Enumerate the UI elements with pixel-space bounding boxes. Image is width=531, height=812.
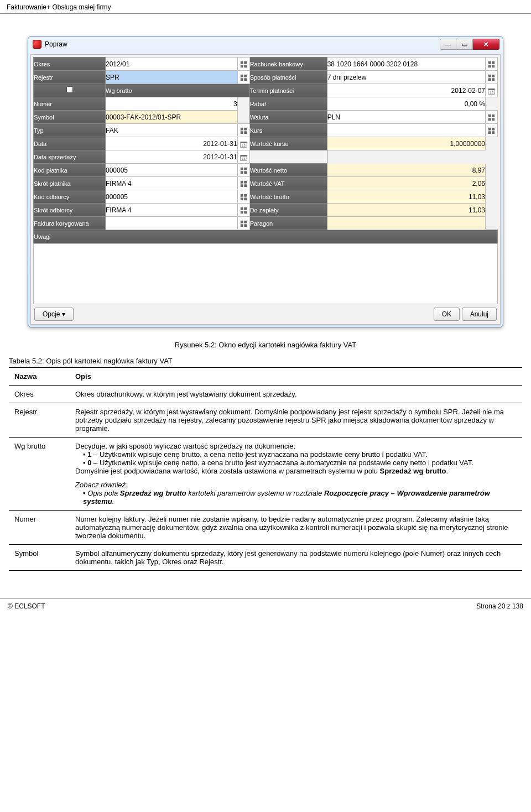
row-desc: Okres obrachunkowy, w którym jest wystaw…	[70, 386, 522, 403]
svg-rect-10	[240, 78, 243, 81]
field-label: Faktura korygowana	[34, 217, 106, 230]
field-value[interactable]: FAK	[106, 124, 238, 137]
field-value[interactable]: 000005	[106, 190, 238, 204]
svg-rect-51	[240, 211, 243, 214]
maximize-button[interactable]: ▭	[456, 39, 473, 50]
grid-icon[interactable]	[237, 124, 249, 137]
svg-rect-32	[240, 142, 246, 143]
svg-rect-0	[240, 61, 243, 64]
field-label: Rachunek bankowy	[249, 58, 327, 71]
field-label: Termin płatności	[249, 84, 327, 97]
opcje-button[interactable]: Opcje ▾	[34, 308, 74, 321]
grid-icon[interactable]	[237, 190, 249, 204]
svg-rect-24	[244, 128, 247, 131]
svg-rect-53	[240, 221, 243, 223]
figure-caption: Rysunek 5.2: Okno edycji kartoteki nagłó…	[9, 327, 522, 353]
field-value[interactable]: 2012/01	[106, 58, 238, 71]
field-value[interactable]: 2012-01-31	[106, 137, 238, 150]
field-value[interactable]: 00003-FAK-2012/01-SPR	[106, 111, 238, 124]
footer-right: Strona 20 z 138	[476, 602, 523, 610]
field-value[interactable]: SPR	[106, 71, 238, 84]
field-value[interactable]: 7 dni przelew	[327, 71, 485, 84]
svg-rect-38	[244, 168, 247, 170]
calendar-icon[interactable]: 15	[486, 84, 498, 97]
row-name: Rejestr	[9, 403, 70, 438]
grid-icon[interactable]	[237, 177, 249, 190]
field-value[interactable]: PLN	[327, 111, 485, 124]
anuluj-label: Anuluj	[470, 310, 488, 318]
description-table: Nazwa Opis OkresOkres obrachunkowy, w kt…	[9, 367, 522, 571]
minimize-button[interactable]: —	[440, 39, 456, 50]
svg-rect-20	[492, 114, 494, 117]
field-value[interactable]: 38 1020 1664 0000 3202 0128	[327, 58, 485, 71]
field-value[interactable]: 3	[106, 97, 238, 111]
field-value[interactable]: 1,00000000	[327, 137, 485, 150]
close-button[interactable]: ✕	[473, 39, 499, 50]
field-value[interactable]: 2012-02-07	[327, 84, 485, 97]
grid-icon[interactable]	[486, 71, 498, 84]
grid-icon[interactable]	[237, 204, 249, 217]
field-label: Data sprzedaży	[34, 150, 106, 164]
ok-button[interactable]: OK	[434, 308, 460, 321]
grid-icon[interactable]	[486, 58, 498, 71]
svg-rect-41	[240, 181, 243, 184]
wg-brutto-checkbox[interactable]	[66, 86, 73, 93]
field-value[interactable]: 11,03	[327, 204, 485, 217]
field-value[interactable]	[327, 217, 485, 230]
field-label: Wartość netto	[249, 164, 327, 177]
svg-rect-4	[488, 61, 491, 64]
grid-icon[interactable]	[237, 58, 249, 71]
grid-icon[interactable]	[237, 71, 249, 84]
svg-rect-45	[240, 194, 243, 197]
field-label: Sposób płatności	[249, 71, 327, 84]
field-value[interactable]: FIRMA 4	[106, 177, 238, 190]
field-value[interactable]: 8,97	[327, 164, 485, 177]
uwagi-textarea[interactable]	[33, 243, 498, 304]
svg-rect-46	[244, 194, 247, 197]
field-value[interactable]: 2012-01-31	[106, 150, 238, 164]
grid-icon[interactable]	[237, 164, 249, 177]
grid-icon[interactable]	[486, 111, 498, 124]
svg-rect-37	[240, 168, 243, 170]
svg-rect-21	[488, 118, 491, 121]
field-value[interactable]	[106, 217, 238, 230]
ok-label: OK	[442, 310, 451, 318]
grid-icon[interactable]	[486, 124, 498, 137]
anuluj-button[interactable]: Anuluj	[462, 308, 497, 321]
field-value[interactable]: 000005	[106, 164, 238, 177]
field-label: Numer	[34, 97, 106, 111]
field-label: Symbol	[34, 111, 106, 124]
row-desc: Decyduje, w jaki sposób wyliczać wartość…	[70, 438, 522, 511]
field-label: Kod płatnika	[34, 164, 106, 177]
field-value[interactable]: 11,03	[327, 190, 485, 204]
field-label: Typ	[34, 124, 106, 137]
field-label: Skrót płatnika	[34, 177, 106, 190]
svg-rect-52	[244, 211, 247, 214]
field-value[interactable]: 0,00 %	[327, 97, 485, 111]
svg-rect-39	[240, 171, 243, 174]
page-header: Fakturowanie+ Obsługa małej firmy	[0, 0, 531, 14]
field-value[interactable]: 2,06	[327, 177, 485, 190]
col-opis: Opis	[70, 368, 522, 386]
grid-icon[interactable]	[237, 217, 249, 230]
svg-rect-55	[240, 224, 243, 227]
svg-rect-44	[244, 184, 247, 187]
svg-rect-50	[244, 207, 247, 210]
header-text: Fakturowanie+ Obsługa małej firmy	[7, 3, 111, 11]
field-value[interactable]: FIRMA 4	[106, 204, 238, 217]
svg-rect-26	[244, 131, 247, 134]
field-label: Waluta	[249, 111, 327, 124]
svg-rect-27	[488, 128, 491, 131]
svg-rect-54	[244, 221, 247, 223]
titlebar: Popraw — ▭ ✕	[28, 37, 503, 52]
calendar-icon[interactable]: 15	[237, 137, 249, 150]
col-nazwa: Nazwa	[9, 368, 70, 386]
field-value[interactable]	[327, 124, 485, 137]
svg-rect-22	[492, 118, 494, 121]
row-name: Symbol	[9, 545, 70, 571]
opcje-label: Opcje	[43, 310, 60, 318]
field-label: Rabat	[249, 97, 327, 111]
calendar-icon[interactable]: 15	[237, 150, 249, 164]
svg-rect-47	[240, 197, 243, 200]
field-label: Kod odbiorcy	[34, 190, 106, 204]
